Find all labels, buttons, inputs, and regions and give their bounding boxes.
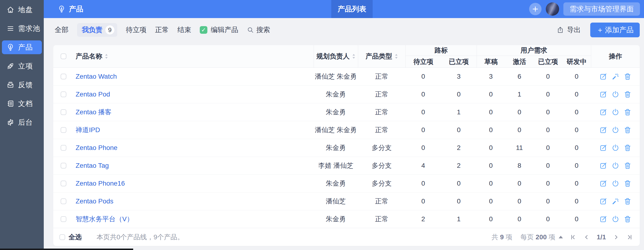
edit-product-toggle[interactable]: ✓ 编辑产品: [200, 25, 238, 35]
edit-button[interactable]: [599, 179, 608, 188]
power-button[interactable]: [612, 108, 620, 116]
first-page-button[interactable]: [570, 234, 576, 240]
per-page-control[interactable]: 每页 200 项: [520, 233, 563, 242]
story-active-cell: 0: [518, 126, 521, 134]
filter-mine[interactable]: 我负责 9: [77, 23, 117, 37]
table-header-row: 产品名称 规划负责人 产品类型 路标 待立项 已立项 用户需求: [53, 45, 640, 68]
sidebar-item-feedback[interactable]: 反馈: [2, 78, 42, 92]
sort-arrows-icon[interactable]: [394, 53, 398, 59]
sidebar-item-project-init[interactable]: 立项: [2, 59, 42, 73]
wand-button[interactable]: [612, 72, 620, 81]
wand-button[interactable]: [612, 197, 620, 205]
row-checkbox[interactable]: [61, 181, 66, 186]
delete-button[interactable]: [624, 197, 632, 205]
trash-icon: [624, 126, 632, 134]
story-active-cell: 11: [516, 144, 523, 152]
column-header-owner[interactable]: 规划负责人: [314, 45, 358, 67]
edit-button[interactable]: [599, 162, 608, 170]
edit-button[interactable]: [599, 126, 608, 134]
roadmap-approved-cell: 3: [457, 73, 461, 80]
delete-button[interactable]: [624, 162, 632, 170]
delete-button[interactable]: [624, 90, 632, 98]
export-button[interactable]: 导出: [556, 25, 581, 35]
row-checkbox[interactable]: [61, 109, 66, 115]
product-name-link[interactable]: Zentao Tag: [76, 162, 109, 169]
edit-button[interactable]: [599, 108, 608, 116]
row-checkbox[interactable]: [61, 163, 66, 169]
type-cell: 正常: [375, 108, 388, 117]
power-button[interactable]: [612, 126, 620, 134]
table-body: Zentao Watch 潘仙芝 朱金勇 正常 0 3 3 6 0 0: [53, 68, 640, 228]
prev-page-button[interactable]: [583, 234, 590, 240]
story-active-cell: 0: [518, 215, 521, 223]
global-add-button[interactable]: [529, 3, 542, 15]
power-button[interactable]: [612, 215, 620, 223]
caret-up-icon[interactable]: [558, 236, 563, 238]
edit-button[interactable]: [599, 215, 608, 223]
trash-icon: [624, 72, 632, 81]
column-header-name[interactable]: 产品名称: [74, 45, 314, 67]
power-button[interactable]: [612, 162, 620, 170]
product-name-link[interactable]: Zentao Pods: [76, 198, 114, 205]
row-checkbox[interactable]: [61, 91, 66, 97]
search-control[interactable]: 搜索: [247, 25, 270, 35]
row-checkbox[interactable]: [61, 199, 66, 204]
owner-cell: 潘仙芝 朱金勇: [315, 125, 357, 135]
product-name-link[interactable]: Zentao Pod: [76, 91, 110, 98]
row-checkbox[interactable]: [61, 74, 66, 79]
filter-mine-count-badge: 9: [105, 25, 114, 34]
owner-cell: 李婧 潘仙芝: [318, 161, 354, 170]
workspace-switch-button[interactable]: 需求与市场管理界面: [564, 2, 640, 16]
delete-button[interactable]: [624, 108, 632, 116]
edit-button[interactable]: [599, 197, 608, 205]
select-all-checkbox[interactable]: [60, 234, 65, 240]
product-name-link[interactable]: 禅道IPD: [76, 125, 100, 135]
story-developing-cell: 0: [575, 91, 578, 98]
edit-button[interactable]: [599, 72, 608, 81]
product-name-link[interactable]: Zentao 播客: [76, 108, 112, 117]
delete-button[interactable]: [624, 72, 632, 81]
last-page-button[interactable]: [626, 234, 632, 240]
sidebar-item-label: 需求池: [18, 24, 40, 33]
select-all-checkbox[interactable]: [61, 53, 66, 59]
tab-product-list[interactable]: 产品列表: [331, 0, 373, 18]
avatar[interactable]: [546, 2, 559, 16]
power-button[interactable]: [612, 90, 620, 98]
power-button[interactable]: [612, 179, 620, 188]
filter-all[interactable]: 全部: [55, 25, 68, 35]
product-name-link[interactable]: Zentao Phone16: [76, 180, 125, 187]
sidebar-item-home[interactable]: 地盘: [2, 3, 42, 17]
table-footer: 全选 本页共0个产品线，9个产品。 共 9 项 每页 200 项: [53, 228, 640, 246]
roadmap-approved-cell: 0: [457, 91, 461, 98]
sidebar-item-docs[interactable]: 文档: [2, 97, 42, 110]
row-checkbox[interactable]: [61, 127, 66, 133]
filter-wait-approval[interactable]: 待立项: [126, 25, 146, 35]
sort-arrows-icon[interactable]: [352, 53, 356, 59]
story-developing-cell: 0: [575, 144, 578, 152]
edit-icon: [599, 197, 608, 205]
add-product-button[interactable]: ＋ 添加产品: [590, 22, 640, 37]
sidebar-item-admin[interactable]: 后台: [2, 115, 42, 129]
sort-arrows-icon[interactable]: [105, 53, 108, 59]
power-button[interactable]: [612, 144, 620, 152]
edit-button[interactable]: [599, 144, 608, 152]
filter-normal[interactable]: 正常: [155, 25, 169, 35]
delete-button[interactable]: [624, 126, 632, 134]
row-checkbox[interactable]: [61, 216, 66, 222]
per-page-suffix: 项: [549, 233, 555, 242]
row-checkbox[interactable]: [61, 145, 66, 151]
next-page-button[interactable]: [613, 234, 619, 240]
edit-button[interactable]: [599, 90, 608, 98]
sidebar-item-backlog[interactable]: 需求池: [2, 22, 42, 35]
delete-button[interactable]: [624, 215, 632, 223]
delete-button[interactable]: [624, 144, 632, 152]
product-name-link[interactable]: Zentao Watch: [76, 73, 117, 80]
filter-closed[interactable]: 结束: [178, 25, 191, 35]
delete-button[interactable]: [624, 179, 632, 188]
product-name-link[interactable]: Zentao Phone: [76, 144, 118, 152]
story-approved-cell: 0: [546, 198, 550, 205]
product-name-link[interactable]: 智慧水务平台（V）: [76, 215, 134, 224]
column-header-type[interactable]: 产品类型: [358, 45, 406, 67]
sidebar-item-product[interactable]: 产品: [2, 40, 42, 54]
main-area: 产品 产品列表 需求与市场管理界面 全部 我负责 9 待立项 正常 结束 ✓ 编…: [44, 0, 644, 250]
